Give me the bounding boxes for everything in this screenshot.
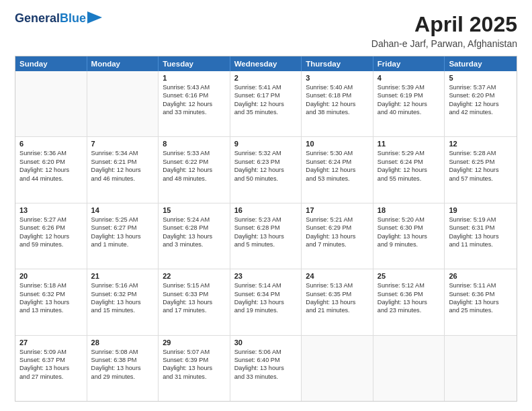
cell-line: Sunrise: 5:28 AM — [449, 149, 513, 157]
day-number: 15 — [163, 206, 226, 214]
cal-cell: 6Sunrise: 5:36 AMSunset: 6:20 PMDaylight… — [15, 137, 87, 202]
cell-line: Sunset: 6:36 PM — [378, 290, 441, 298]
cell-line: Sunrise: 5:21 AM — [306, 216, 369, 224]
cal-cell: 21Sunrise: 5:16 AMSunset: 6:32 PMDayligh… — [87, 269, 159, 334]
logo: GeneralBlue — [15, 12, 102, 26]
day-number: 27 — [19, 338, 83, 347]
logo-text: GeneralBlue — [15, 12, 86, 26]
cell-line: Daylight: 12 hours — [19, 232, 83, 240]
cell-line: Daylight: 13 hours — [234, 364, 298, 372]
col-header-tuesday: Tuesday — [159, 56, 230, 71]
cell-line: Sunrise: 5:15 AM — [163, 281, 226, 289]
cal-cell — [373, 336, 445, 401]
cell-line: Sunset: 6:24 PM — [306, 158, 369, 166]
cell-line: Sunrise: 5:25 AM — [91, 216, 154, 224]
cell-line: Daylight: 13 hours — [19, 298, 83, 306]
cell-line: Daylight: 12 hours — [19, 166, 83, 174]
week-row-3: 20Sunrise: 5:18 AMSunset: 6:32 PMDayligh… — [15, 269, 517, 334]
cell-line: Sunrise: 5:11 AM — [449, 281, 513, 289]
cell-line: Sunset: 6:23 PM — [234, 158, 298, 166]
logo-blue: Blue — [60, 11, 86, 25]
cell-line: Sunrise: 5:39 AM — [378, 83, 441, 91]
cal-cell: 17Sunrise: 5:21 AMSunset: 6:29 PMDayligh… — [302, 203, 373, 269]
day-number: 14 — [91, 206, 154, 214]
col-header-wednesday: Wednesday — [230, 56, 302, 71]
cal-cell: 23Sunrise: 5:14 AMSunset: 6:34 PMDayligh… — [230, 269, 302, 334]
cell-line: Sunset: 6:40 PM — [234, 356, 298, 364]
cell-line: and 9 minutes. — [378, 240, 441, 248]
cal-cell: 30Sunrise: 5:06 AMSunset: 6:40 PMDayligh… — [230, 336, 302, 401]
day-number: 29 — [163, 338, 226, 347]
cell-line: Sunset: 6:35 PM — [306, 290, 369, 298]
cell-line: and 35 minutes. — [234, 108, 298, 116]
week-row-1: 6Sunrise: 5:36 AMSunset: 6:20 PMDaylight… — [15, 136, 517, 202]
cal-cell: 15Sunrise: 5:24 AMSunset: 6:28 PMDayligh… — [159, 203, 230, 269]
cell-line: Sunrise: 5:43 AM — [163, 83, 226, 91]
cell-line: and 21 minutes. — [306, 306, 369, 314]
cal-cell: 29Sunrise: 5:07 AMSunset: 6:39 PMDayligh… — [159, 336, 230, 401]
day-number: 23 — [234, 272, 298, 280]
cell-line: Sunrise: 5:36 AM — [19, 149, 83, 157]
cal-cell: 8Sunrise: 5:33 AMSunset: 6:22 PMDaylight… — [159, 137, 230, 202]
day-number: 13 — [19, 206, 83, 214]
main-title: April 2025 — [371, 12, 517, 37]
cal-cell: 18Sunrise: 5:20 AMSunset: 6:30 PMDayligh… — [373, 203, 445, 269]
calendar: SundayMondayTuesdayWednesdayThursdayFrid… — [15, 56, 517, 402]
day-number: 26 — [449, 272, 513, 280]
cell-line: and 27 minutes. — [19, 373, 83, 381]
cell-line: Sunset: 6:19 PM — [378, 91, 441, 99]
col-header-sunday: Sunday — [15, 56, 87, 71]
cell-line: Sunset: 6:16 PM — [163, 91, 226, 99]
cell-line: and 40 minutes. — [378, 108, 441, 116]
day-number: 28 — [91, 338, 154, 347]
day-number: 21 — [91, 272, 154, 280]
cell-line: Daylight: 12 hours — [234, 100, 298, 108]
cell-line: and 31 minutes. — [163, 373, 226, 381]
cell-line: Sunset: 6:21 PM — [91, 158, 154, 166]
cell-line: Sunset: 6:38 PM — [91, 356, 154, 364]
day-number: 16 — [234, 206, 298, 214]
cell-line: and 17 minutes. — [163, 306, 226, 314]
day-number: 25 — [378, 272, 441, 280]
cell-line: Sunset: 6:28 PM — [234, 224, 298, 232]
cell-line: Daylight: 12 hours — [306, 100, 369, 108]
cell-line: Daylight: 13 hours — [91, 298, 154, 306]
cell-line: Daylight: 13 hours — [91, 232, 154, 240]
day-number: 30 — [234, 338, 298, 347]
cal-cell: 2Sunrise: 5:41 AMSunset: 6:17 PMDaylight… — [230, 71, 302, 136]
cal-cell — [302, 336, 373, 401]
cell-line: Daylight: 13 hours — [19, 364, 83, 372]
cell-line: and 42 minutes. — [449, 108, 513, 116]
cell-line: Sunrise: 5:41 AM — [234, 83, 298, 91]
cell-line: Sunrise: 5:23 AM — [234, 216, 298, 224]
day-number: 2 — [234, 74, 298, 82]
cell-line: Sunset: 6:20 PM — [449, 91, 513, 99]
cell-line: Sunset: 6:32 PM — [91, 290, 154, 298]
cell-line: Sunset: 6:29 PM — [306, 224, 369, 232]
cal-cell: 27Sunrise: 5:09 AMSunset: 6:37 PMDayligh… — [15, 336, 87, 401]
cell-line: and 25 minutes. — [449, 306, 513, 314]
cell-line: Sunset: 6:36 PM — [449, 290, 513, 298]
subtitle: Dahan-e Jarf, Parwan, Afghanistan — [371, 38, 517, 49]
cell-line: Sunrise: 5:14 AM — [234, 281, 298, 289]
cell-line: and 53 minutes. — [306, 175, 369, 183]
cell-line: Sunset: 6:30 PM — [378, 224, 441, 232]
cal-cell: 14Sunrise: 5:25 AMSunset: 6:27 PMDayligh… — [87, 203, 159, 269]
cell-line: and 38 minutes. — [306, 108, 369, 116]
cal-cell: 12Sunrise: 5:28 AMSunset: 6:25 PMDayligh… — [445, 137, 517, 202]
cell-line: Sunrise: 5:29 AM — [378, 149, 441, 157]
cell-line: Daylight: 13 hours — [91, 364, 154, 372]
cal-cell — [87, 71, 159, 136]
header: GeneralBlue April 2025 Dahan-e Jarf, Par… — [15, 12, 517, 49]
cal-cell: 5Sunrise: 5:37 AMSunset: 6:20 PMDaylight… — [445, 71, 517, 136]
cell-line: Sunset: 6:32 PM — [19, 290, 83, 298]
day-number: 3 — [306, 74, 369, 82]
cal-cell: 19Sunrise: 5:19 AMSunset: 6:31 PMDayligh… — [445, 203, 517, 269]
day-number: 1 — [163, 74, 226, 82]
cell-line: Sunset: 6:22 PM — [163, 158, 226, 166]
cell-line: and 46 minutes. — [91, 175, 154, 183]
cell-line: Daylight: 13 hours — [234, 298, 298, 306]
cal-cell: 10Sunrise: 5:30 AMSunset: 6:24 PMDayligh… — [302, 137, 373, 202]
logo-general: General — [15, 11, 60, 25]
day-number: 12 — [449, 140, 513, 148]
